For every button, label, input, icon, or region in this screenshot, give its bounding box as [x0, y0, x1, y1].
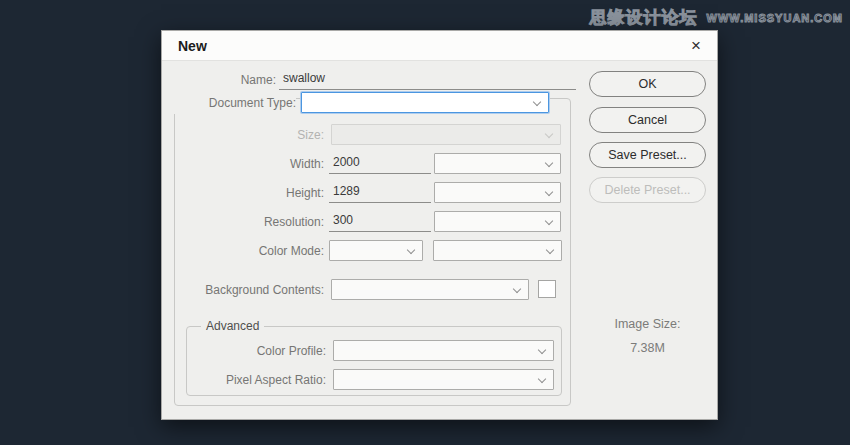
- background-color-swatch: [538, 280, 556, 298]
- resolution-input[interactable]: [329, 211, 431, 232]
- size-dropdown: [331, 124, 561, 145]
- delete-preset-button: Delete Preset...: [589, 177, 706, 203]
- close-icon[interactable]: ×: [686, 36, 706, 56]
- watermark-site-name: 思缘设计论坛: [590, 6, 698, 29]
- color-mode-dropdown[interactable]: RGB Color: [329, 240, 423, 261]
- color-mode-row: Color Mode: RGB Color 8 bit: [162, 240, 717, 262]
- resolution-unit-dropdown[interactable]: Pixels/Inch: [434, 211, 561, 232]
- chevron-down-icon: [407, 246, 415, 254]
- photoshop-workspace-background: 思缘设计论坛 WWW.MISSYUAN.COM New × Name: Docu…: [0, 0, 850, 445]
- image-size-label: Image Size:: [589, 317, 706, 331]
- save-preset-button[interactable]: Save Preset...: [589, 142, 706, 168]
- background-contents-label: Background Contents:: [162, 279, 324, 301]
- dialog-titlebar: New ×: [162, 31, 717, 61]
- document-type-label: Document Type:: [162, 92, 296, 114]
- name-input[interactable]: [279, 69, 576, 90]
- chevron-down-icon: [538, 375, 546, 383]
- size-label: Size:: [162, 124, 324, 146]
- resolution-row: Resolution: Pixels/Inch: [162, 211, 717, 233]
- color-profile-label: Color Profile:: [162, 340, 326, 362]
- dialog-title: New: [178, 31, 207, 61]
- height-input[interactable]: [329, 182, 431, 203]
- pixel-aspect-ratio-dropdown[interactable]: Square Pixels: [333, 369, 554, 390]
- chevron-down-icon: [533, 98, 541, 106]
- watermark: 思缘设计论坛 WWW.MISSYUAN.COM: [590, 6, 843, 29]
- pixel-aspect-ratio-row: Pixel Aspect Ratio: Square Pixels: [162, 369, 717, 391]
- resolution-label: Resolution:: [162, 211, 324, 233]
- document-type-dropdown[interactable]: Custom: [301, 92, 549, 113]
- bit-depth-dropdown[interactable]: 8 bit: [433, 240, 562, 261]
- watermark-site-url: WWW.MISSYUAN.COM: [707, 12, 843, 24]
- background-contents-row: Background Contents: White: [162, 279, 717, 301]
- advanced-legend: Advanced: [201, 319, 264, 334]
- width-label: Width:: [162, 153, 324, 175]
- color-profile-dropdown[interactable]: Working RGB: sRGB IEC61966-2.1: [333, 340, 554, 361]
- chevron-down-icon: [545, 130, 553, 138]
- chevron-down-icon: [545, 159, 553, 167]
- ok-button[interactable]: OK: [589, 71, 706, 97]
- chevron-down-icon: [545, 188, 553, 196]
- width-unit-dropdown[interactable]: Pixels: [434, 153, 561, 174]
- image-size-value: 7.38M: [589, 341, 706, 355]
- color-mode-label: Color Mode:: [162, 240, 324, 262]
- name-label: Name:: [162, 69, 276, 91]
- cancel-button[interactable]: Cancel: [589, 107, 706, 133]
- height-label: Height:: [162, 182, 324, 204]
- new-document-dialog: New × Name: Document Type: Custom Size:: [161, 30, 718, 420]
- height-unit-dropdown[interactable]: Pixels: [434, 182, 561, 203]
- pixel-aspect-ratio-label: Pixel Aspect Ratio:: [162, 369, 326, 391]
- chevron-down-icon: [545, 217, 553, 225]
- chevron-down-icon: [538, 346, 546, 354]
- background-contents-dropdown[interactable]: White: [331, 279, 529, 300]
- chevron-down-icon: [546, 246, 554, 254]
- width-input[interactable]: [329, 153, 431, 174]
- chevron-down-icon: [513, 285, 521, 293]
